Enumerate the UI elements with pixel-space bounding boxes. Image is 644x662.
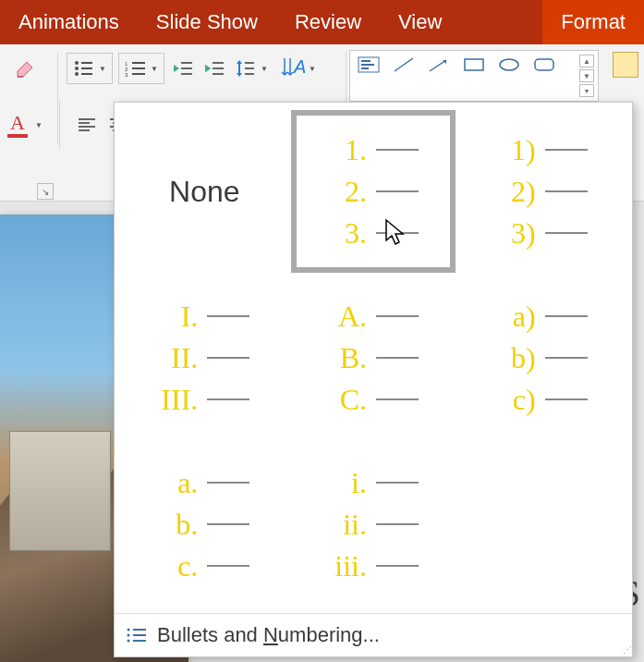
menu-view[interactable]: View: [380, 0, 460, 44]
chevron-down-icon: ▼: [307, 65, 318, 73]
font-color-button[interactable]: A ▼: [7, 113, 44, 138]
menu-format[interactable]: Format: [542, 0, 644, 44]
shape-fill-swatch[interactable]: [613, 52, 638, 78]
rounded-rect-shape[interactable]: [529, 55, 559, 75]
svg-rect-3: [81, 67, 92, 69]
svg-rect-33: [79, 122, 90, 124]
clear-formatting-button[interactable]: [7, 52, 41, 85]
svg-rect-29: [465, 59, 483, 70]
line-shape[interactable]: [389, 55, 419, 75]
chevron-down-icon: ▼: [149, 65, 160, 73]
bullets-split-button[interactable]: ▼: [67, 53, 113, 84]
svg-rect-14: [181, 73, 192, 75]
numbering-option-upper-alpha[interactable]: A. B. C.: [291, 276, 456, 439]
menu-slide-show[interactable]: Slide Show: [138, 0, 276, 44]
textbox-shape[interactable]: [354, 55, 383, 75]
chevron-down-icon: ▼: [259, 65, 270, 73]
decrease-indent-icon: [174, 61, 192, 76]
svg-text:3: 3: [125, 72, 128, 77]
svg-point-44: [128, 640, 130, 643]
numbering-option-period[interactable]: 1. 2. 3.: [291, 110, 456, 273]
align-left-icon: [79, 117, 97, 132]
svg-text:A: A: [293, 56, 306, 77]
svg-rect-24: [361, 60, 371, 62]
line-spacing-icon: [233, 55, 259, 81]
numbering-option-none[interactable]: None: [122, 110, 287, 273]
svg-point-42: [128, 634, 130, 637]
svg-point-30: [500, 59, 518, 70]
text-direction-icon: A: [281, 55, 307, 81]
svg-rect-9: [132, 67, 145, 69]
increase-indent-icon: [205, 61, 224, 76]
shapes-scroll-down[interactable]: ▼: [579, 69, 594, 82]
bullets-icon: [71, 55, 97, 81]
svg-line-28: [430, 60, 446, 71]
svg-rect-11: [132, 73, 145, 75]
svg-point-0: [75, 61, 79, 65]
svg-rect-45: [133, 640, 146, 642]
svg-point-4: [75, 72, 79, 76]
svg-rect-17: [213, 73, 224, 75]
svg-point-40: [128, 629, 130, 631]
svg-rect-13: [181, 67, 192, 69]
svg-rect-34: [79, 126, 95, 128]
numbering-option-paren[interactable]: 1) 2) 3): [459, 110, 625, 273]
font-color-letter: A: [10, 113, 25, 133]
menu-animations[interactable]: Animations: [0, 0, 138, 44]
line-spacing-button[interactable]: ▼: [233, 55, 270, 81]
svg-rect-5: [81, 73, 92, 75]
shapes-gallery[interactable]: ▲ ▼ ▾: [349, 50, 599, 102]
footer-text: Bullets and Numbering...: [157, 623, 380, 647]
decrease-indent-button[interactable]: [170, 55, 196, 81]
numbering-split-button[interactable]: 123 ▼: [118, 53, 164, 84]
numbering-icon: 123: [123, 55, 149, 81]
text-direction-button[interactable]: A ▼: [281, 55, 318, 81]
arrow-shape[interactable]: [424, 55, 454, 75]
numbering-dropdown: None 1. 2. 3. 1) 2) 3) I. II. III. A. B.…: [114, 102, 633, 657]
svg-rect-32: [79, 118, 95, 120]
font-dialog-launcher[interactable]: ↘: [37, 183, 54, 200]
oval-shape[interactable]: [494, 55, 524, 75]
bullets-and-numbering-link[interactable]: Bullets and Numbering... ⋰: [115, 613, 632, 656]
font-color-bar: [7, 134, 28, 138]
svg-rect-25: [361, 64, 374, 66]
svg-rect-18: [238, 64, 240, 73]
shapes-scroll-up[interactable]: ▲: [579, 55, 594, 67]
numbering-option-lower-alpha-paren[interactable]: a) b) c): [459, 276, 625, 439]
menu-review[interactable]: Review: [276, 0, 380, 44]
svg-rect-26: [361, 67, 369, 69]
svg-line-27: [395, 58, 413, 71]
list-icon: [126, 626, 148, 644]
numbering-option-lower-alpha[interactable]: a. b. c.: [122, 443, 287, 606]
chevron-down-icon: ▼: [97, 65, 108, 73]
svg-point-2: [75, 67, 79, 70]
svg-rect-19: [245, 62, 254, 64]
shapes-more[interactable]: ▾: [579, 84, 594, 97]
svg-rect-35: [79, 129, 90, 131]
svg-rect-16: [213, 67, 224, 69]
svg-rect-1: [81, 62, 92, 64]
align-left-button[interactable]: [75, 112, 101, 138]
svg-rect-43: [133, 634, 146, 636]
rectangle-shape[interactable]: [459, 55, 489, 75]
eraser-icon: [12, 58, 36, 79]
svg-rect-12: [181, 62, 192, 64]
svg-rect-41: [133, 629, 146, 631]
none-label: None: [169, 175, 240, 209]
svg-rect-15: [213, 62, 224, 64]
numbering-option-lower-roman[interactable]: i. ii. iii.: [291, 443, 456, 606]
svg-rect-31: [535, 59, 553, 70]
resize-grip-icon: ⋰: [623, 644, 630, 655]
numbering-option-upper-roman[interactable]: I. II. III.: [122, 276, 287, 439]
svg-rect-7: [132, 62, 145, 64]
chevron-down-icon: ▼: [33, 121, 44, 129]
increase-indent-button[interactable]: [201, 55, 227, 81]
svg-rect-20: [245, 67, 254, 69]
menu-bar: Animations Slide Show Review View Format: [0, 0, 644, 44]
svg-rect-21: [245, 73, 254, 75]
